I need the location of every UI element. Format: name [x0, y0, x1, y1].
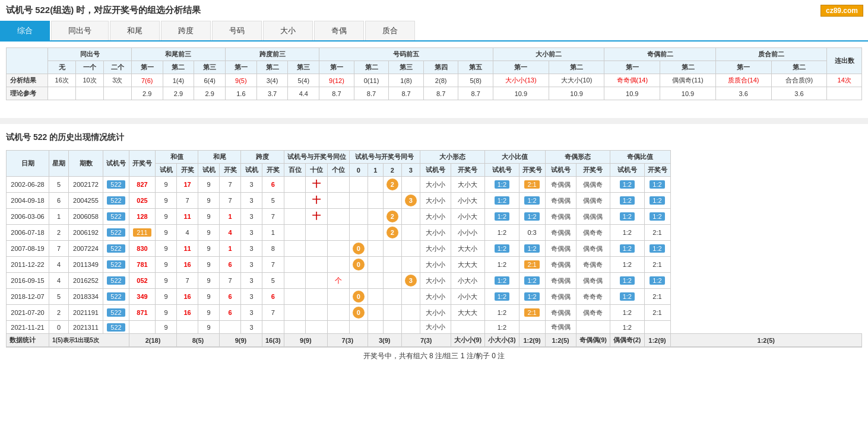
oefw-2: 偶偶奇	[576, 193, 610, 209]
trial-6: 522	[103, 257, 129, 273]
trial-10: 522	[103, 321, 129, 334]
tab-和尾[interactable]: 和尾	[110, 21, 160, 40]
szfw-4: 小小小	[451, 225, 484, 241]
oert-1: 1:2	[610, 177, 644, 193]
v17: 偶偶奇(11)	[660, 74, 716, 87]
oefw-6: 奇偶奇	[576, 257, 610, 273]
m1-3	[368, 209, 383, 225]
tab-bar: 综合 同出号 和尾 跨度 号码 大小 奇偶 质合	[0, 21, 868, 42]
m2-4: 2	[383, 225, 401, 241]
oerw-6: 2:1	[644, 257, 670, 273]
oert-4: 1:2	[610, 225, 644, 241]
m2-7	[383, 273, 401, 289]
m2-3: 2	[383, 209, 401, 225]
trial-1: 522	[103, 177, 129, 193]
footer-sr2: 1:2(5)	[545, 334, 576, 347]
h-m3: 3	[401, 164, 420, 177]
ps-8	[306, 289, 328, 305]
history-row-9: 2021-07-20 2 2021191 522 871 9 16 9 6 3 …	[7, 305, 862, 321]
date-6: 2011-12-22	[7, 257, 49, 273]
t17: 10.9	[660, 87, 716, 100]
h-sum-trial: 试机	[156, 164, 177, 177]
sub-第二-4: 第二	[549, 61, 604, 74]
spt-1: 3	[241, 177, 262, 193]
tab-大小[interactable]: 大小	[263, 21, 313, 40]
period-1: 2002172	[69, 177, 103, 193]
m1-4	[368, 225, 383, 241]
spt-5: 3	[241, 241, 262, 257]
szfw-3: 小小大	[451, 209, 484, 225]
h-size-form: 大小形态	[420, 151, 484, 164]
theory-row: 理论参考 2.9 2.9 2.9 1.6 3.7 4.4 8.7 8.7 8.7…	[7, 87, 862, 100]
spt-6: 3	[241, 257, 262, 273]
szfw-6: 大大大	[451, 257, 484, 273]
t12: 8.7	[423, 87, 458, 100]
oefw-7: 偶奇偶	[576, 273, 610, 289]
header-连出数: 连出数	[827, 48, 862, 74]
history-row-7: 2016-09-15 4 2016252 522 052 9 7 9 7 3 5…	[7, 273, 862, 289]
oefw-1: 偶偶奇	[576, 177, 610, 193]
pg-10	[328, 321, 350, 334]
sub-第一-2: 第一	[226, 61, 257, 74]
pb-10	[284, 321, 306, 334]
h-span: 跨度	[241, 151, 284, 164]
v5: 6(4)	[194, 74, 226, 87]
win-1: 827	[129, 177, 156, 193]
date-9: 2021-07-20	[7, 305, 49, 321]
tt-2: 9	[198, 193, 220, 209]
footer-s4: 9(9)	[220, 334, 262, 347]
trial-4: 522	[103, 225, 129, 241]
m1-6	[368, 257, 383, 273]
oefw-4: 偶奇奇	[576, 225, 610, 241]
h-sum: 和值	[156, 151, 198, 164]
spw-7: 5	[262, 273, 284, 289]
tab-综合[interactable]: 综合	[0, 21, 50, 40]
m0-2	[349, 193, 368, 209]
period-5: 2007224	[69, 241, 103, 257]
sub-第二-3: 第二	[354, 61, 389, 74]
szrw-7: 1:2	[519, 273, 545, 289]
v4: 1(4)	[163, 74, 194, 87]
h-pos: 试机号与开奖号同位	[284, 151, 349, 164]
szrt-10: 1:2	[485, 321, 519, 334]
h-tail-trial: 试机	[198, 164, 220, 177]
ps-2: 十	[306, 193, 328, 209]
history-row-2: 2004-09-18 6 2004255 522 025 9 7 9 7 3 5…	[7, 193, 862, 209]
t6: 1.6	[226, 87, 257, 100]
history-section: 试机号 522 的历史出现情况统计	[0, 130, 868, 377]
szfw-5: 大大小	[451, 241, 484, 257]
tw-9: 6	[220, 305, 241, 321]
spt-2: 3	[241, 193, 262, 209]
h-oe-ratio: 奇偶比值	[610, 151, 670, 164]
szrw-2: 1:2	[519, 193, 545, 209]
history-row-4: 2006-07-18 2 2006192 522 211 9 4 9 4 3 1…	[7, 225, 862, 241]
h-date: 日期	[7, 151, 49, 177]
pb-6	[284, 257, 306, 273]
oerw-2: 1:2	[644, 193, 670, 209]
history-row-5: 2007-08-19 7 2007224 522 830 9 11 9 1 3 …	[7, 241, 862, 257]
h-period: 期数	[69, 151, 103, 177]
week-10: 0	[49, 321, 69, 334]
tab-同出号[interactable]: 同出号	[51, 21, 109, 40]
v20: 14次	[827, 74, 862, 87]
st-3: 9	[156, 209, 177, 225]
ps-9	[306, 305, 328, 321]
history-row-3: 2006-03-06 1 2006058 522 128 9 11 9 1 3 …	[7, 209, 862, 225]
tab-奇偶[interactable]: 奇偶	[314, 21, 364, 40]
m0-3	[349, 209, 368, 225]
tab-号码[interactable]: 号码	[212, 21, 262, 40]
h-span-win: 开奖	[262, 164, 284, 177]
sw-8: 16	[177, 289, 198, 305]
sub-二个: 二个	[104, 61, 132, 74]
ps-4	[306, 225, 328, 241]
spt-8: 3	[241, 289, 262, 305]
t11: 8.7	[389, 87, 424, 100]
history-row-1: 2002-06-28 5 2002172 522 827 9 17 9 7 3 …	[7, 177, 862, 193]
t1	[76, 87, 104, 100]
header-号码前五: 号码前五	[319, 48, 493, 61]
h-match: 试机号与开奖号同号	[349, 151, 420, 164]
trial-2: 522	[103, 193, 129, 209]
tab-跨度[interactable]: 跨度	[161, 21, 211, 40]
tab-质合[interactable]: 质合	[365, 21, 415, 40]
oerw-8: 2:1	[644, 289, 670, 305]
